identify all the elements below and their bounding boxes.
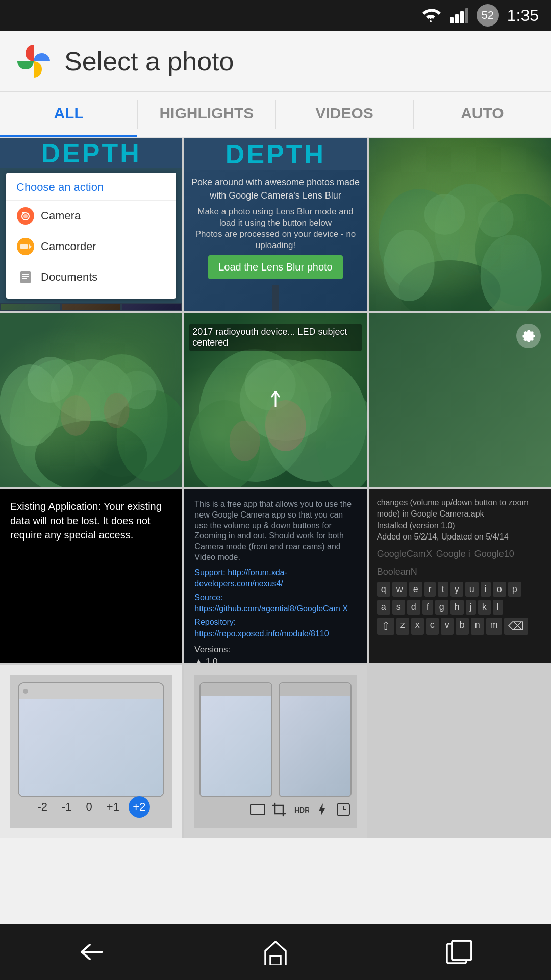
status-time: 1:35 [507, 6, 539, 25]
action-item-camera[interactable]: Camera [6, 201, 176, 231]
flash-icon [314, 801, 330, 818]
photo-cell-camera-controls[interactable]: HDR [184, 665, 366, 838]
depth-banner-2: DEPTH [184, 138, 366, 170]
photo-cell-succulent-2[interactable] [0, 313, 182, 487]
svg-point-42 [230, 421, 260, 461]
svg-point-24 [10, 359, 112, 487]
svg-point-28 [117, 390, 183, 482]
photo-cell-plant-gear[interactable] [369, 313, 551, 487]
timer-icon [335, 801, 352, 818]
svg-text:HDR: HDR [294, 806, 309, 814]
succulent-center-label: 2017 radioyouth device... LED subject ce… [189, 324, 361, 351]
load-lens-blur-button[interactable]: Load the Lens Blur photo [208, 255, 343, 279]
photo-cell-app-install[interactable]: Existing Application: Your existing data… [0, 489, 182, 663]
battery-indicator: 52 [477, 4, 499, 27]
action-item-camcorder[interactable]: Camcorder [6, 231, 176, 262]
keyboard-row-3: ⇧ zxc vbn m⌫ [377, 618, 543, 635]
crop-icon [271, 801, 287, 818]
photo-cell-action-popup[interactable]: DEPTH Choose an action Camera Camc [0, 138, 182, 311]
svg-rect-0 [450, 17, 454, 23]
home-icon [261, 939, 290, 965]
action-popup[interactable]: Choose an action Camera Camcorder [6, 173, 176, 299]
svg-rect-2 [460, 11, 464, 23]
lens-blur-content: Poke around with awesome photos made wit… [184, 170, 366, 285]
gallery-icon [249, 801, 266, 818]
center-arrow-icon [265, 389, 286, 409]
svg-point-32 [61, 395, 91, 436]
svg-marker-55 [319, 803, 325, 816]
svg-rect-1 [455, 14, 459, 23]
recents-icon [445, 939, 473, 965]
svg-point-17 [475, 194, 551, 306]
play-store-text: changes (volume up/down button to zoom m… [377, 497, 543, 579]
svg-rect-12 [22, 274, 29, 275]
github-content: This is a free app that allows you to us… [194, 499, 356, 663]
camera-controls: HDR [249, 801, 352, 818]
hdr-icon: HDR [292, 801, 309, 818]
documents-icon [16, 268, 35, 286]
svg-point-51 [439, 403, 480, 459]
svg-point-30 [28, 357, 73, 403]
svg-point-18 [398, 260, 500, 311]
tab-all[interactable]: ALL [0, 92, 137, 137]
svg-point-15 [378, 189, 460, 291]
svg-rect-23 [0, 313, 182, 487]
svg-point-38 [240, 359, 332, 441]
tab-highlights[interactable]: HIGHLIGHTS [138, 92, 275, 137]
wifi-icon [419, 7, 442, 23]
back-icon [77, 942, 107, 962]
svg-rect-3 [465, 8, 468, 23]
keyboard-row-1: qwer tyui op [377, 582, 543, 597]
photo-cell-succulent-3[interactable]: 2017 radioyouth device... LED subject ce… [184, 313, 366, 487]
svg-point-31 [118, 371, 157, 409]
svg-rect-9 [20, 244, 28, 249]
home-button[interactable] [250, 932, 301, 972]
svg-point-20 [480, 235, 541, 311]
tab-videos[interactable]: VIDEOS [276, 92, 413, 137]
svg-point-19 [383, 230, 434, 301]
camera-icon [16, 207, 35, 225]
depth-banner-1: DEPTH [0, 138, 182, 168]
app-install-text: Existing Application: Your existing data… [10, 499, 172, 542]
photo-cell-play-store[interactable]: changes (volume up/down button to zoom m… [369, 489, 551, 663]
svg-point-39 [316, 390, 367, 487]
svg-point-27 [0, 364, 61, 446]
action-item-documents[interactable]: Documents [6, 262, 176, 292]
svg-point-35 [199, 349, 311, 482]
page-title: Select a photo [64, 46, 234, 77]
svg-point-22 [478, 202, 513, 237]
svg-rect-60 [270, 956, 281, 965]
play-store-tags: GoogleCamX Google i Google10 BooleanN [377, 547, 543, 579]
svg-point-33 [104, 393, 130, 428]
succulent-decoration-1 [369, 138, 551, 311]
camcorder-icon [16, 237, 35, 256]
svg-point-37 [189, 400, 260, 487]
keyboard-row-2: asdf ghjk l [377, 600, 543, 615]
photo-cell-github[interactable]: This is a free app that allows you to us… [184, 489, 366, 663]
svg-point-49 [369, 405, 450, 487]
svg-point-36 [265, 359, 367, 482]
back-button[interactable] [66, 932, 117, 972]
tab-auto[interactable]: AUTO [414, 92, 551, 137]
action-popup-title: Choose an action [6, 179, 176, 201]
svg-rect-53 [252, 805, 264, 814]
recents-button[interactable] [434, 932, 485, 972]
svg-point-50 [424, 354, 516, 436]
photo-cell-phone-mockup[interactable]: -2 -1 0 +1 +2 [0, 665, 182, 838]
svg-point-6 [23, 214, 28, 218]
tabs-bar: ALL HIGHLIGHTS VIDEOS AUTO [0, 92, 551, 138]
svg-point-25 [76, 354, 168, 477]
signal-icon [450, 7, 468, 23]
google-photos-logo [15, 43, 52, 80]
svg-point-21 [424, 194, 465, 235]
svg-point-47 [388, 354, 511, 487]
svg-rect-13 [22, 276, 29, 277]
svg-rect-62 [452, 941, 471, 960]
photo-cell-succulent-1[interactable] [369, 138, 551, 311]
exposure-bar: -2 -1 0 +1 +2 [10, 796, 172, 818]
photo-grid: DEPTH Choose an action Camera Camc [0, 138, 551, 838]
photo-cell-lens-blur[interactable]: DEPTH Poke around with awesome photos ma… [184, 138, 366, 311]
svg-point-16 [434, 184, 506, 276]
settings-badge[interactable] [516, 324, 541, 348]
selected-exposure[interactable]: +2 [129, 796, 150, 818]
